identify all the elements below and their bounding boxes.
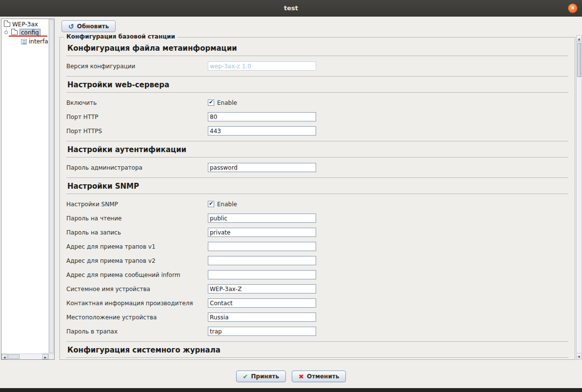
form-vertical-scrollbar[interactable]: ▲ ▼ — [576, 35, 582, 360]
cancel-button[interactable]: ✖ Отменить — [292, 371, 346, 382]
form-vertical-scrollbar-thumb[interactable] — [577, 43, 581, 77]
refresh-button[interactable]: ↺ Обновить — [61, 20, 116, 32]
snmp-enable-checkbox[interactable]: ✔ — [208, 201, 214, 207]
section-title: Настройки SNMP — [66, 178, 568, 194]
window-title: test — [0, 0, 582, 17]
admin-password-input[interactable] — [208, 163, 316, 172]
config-version-input — [208, 61, 316, 71]
titlebar: test ✕ — [0, 0, 582, 17]
field-label: Местоположение устройства — [66, 314, 208, 321]
field-label: Адрес для приема трапов v2 — [66, 257, 208, 264]
checkbox-text: Enable — [217, 201, 237, 208]
form-row: Адрес для приема трапов v1 — [66, 239, 568, 254]
cross-icon: ✖ — [299, 373, 304, 380]
form-row: Включить ✔ Enable — [66, 96, 568, 110]
form-row: Контактная информация производителя — [66, 296, 568, 310]
section-web-server: Настройки web-сервера Включить ✔ Enable … — [66, 77, 568, 141]
section-title: Настройки аутентификации — [66, 141, 568, 157]
config-form: Конфигурация файла метаинформации Версия… — [60, 38, 574, 359]
field-label: Порт HTTP — [66, 114, 208, 120]
accept-button[interactable]: ✔ Принять — [236, 371, 286, 382]
form-row: Порт HTTPS — [66, 124, 568, 138]
bottom-strip — [0, 388, 582, 392]
scroll-up-icon[interactable]: ▲ — [577, 36, 582, 42]
section-title: Конфигурация файла метаинформации — [66, 40, 568, 56]
snmp-read-community-input[interactable] — [208, 214, 316, 223]
field-label: Пароль на чтение — [66, 215, 208, 222]
folder-icon — [11, 30, 18, 35]
refresh-icon: ↺ — [68, 23, 74, 30]
form-row: Пароль в трапах — [66, 324, 568, 338]
scrollbar-corner — [48, 353, 54, 359]
scroll-right-icon[interactable]: ▶ — [42, 354, 48, 359]
tree-item-wep3ax[interactable]: WEP-3ax — [4, 20, 38, 28]
trap-password-input[interactable] — [208, 327, 316, 336]
section-syslog: Конфигурация системного журнала — [66, 342, 568, 359]
tree-horizontal-scrollbar-thumb[interactable] — [8, 354, 20, 359]
form-row: Пароль администратора — [66, 160, 568, 175]
scroll-down-icon[interactable]: ▼ — [577, 353, 582, 359]
accept-button-label: Принять — [251, 373, 280, 380]
checkmark-icon: ✔ — [209, 99, 213, 105]
field-label: Пароль администратора — [66, 164, 208, 171]
field-label: Версия конфигурации — [66, 63, 208, 70]
close-button[interactable]: ✕ — [568, 3, 578, 13]
https-port-input[interactable] — [208, 126, 316, 136]
form-row: Порт HTTP — [66, 110, 568, 124]
tree-vertical-scrollbar[interactable] — [48, 19, 54, 353]
form-row: Версия конфигурации — [66, 59, 568, 73]
checkbox-text: Enable — [217, 99, 237, 106]
tree-item-label: WEP-3ax — [12, 21, 38, 28]
selection-underline — [9, 36, 47, 37]
field-label: Адрес для приема трапов v1 — [66, 243, 208, 250]
location-input[interactable] — [208, 313, 316, 322]
section-title: Конфигурация системного журнала — [66, 342, 568, 358]
cancel-button-label: Отменить — [307, 373, 339, 380]
contact-info-input[interactable] — [208, 298, 316, 308]
trap-v2-address-input[interactable] — [208, 256, 316, 265]
form-row: Системное имя устройства — [66, 282, 568, 296]
form-row: Адрес для приема трапов v2 — [66, 254, 568, 268]
footer-button-bar: ✔ Принять ✖ Отменить — [0, 368, 582, 385]
field-label: Системное имя устройства — [66, 286, 208, 293]
inform-address-input[interactable] — [208, 270, 316, 279]
list-icon — [21, 39, 27, 44]
webserver-enable-checkbox[interactable]: ✔ — [208, 99, 214, 106]
scroll-left-icon[interactable]: ◀ — [1, 354, 7, 359]
form-row: Адрес для приема сообщений inform — [66, 268, 568, 282]
trap-v1-address-input[interactable] — [208, 242, 316, 251]
form-row: Пароль на чтение — [66, 211, 568, 225]
close-icon: ✕ — [570, 5, 575, 11]
section-snmp: Настройки SNMP Настройки SNMP ✔ Enable П… — [66, 178, 568, 342]
form-row: Пароль на запись — [66, 225, 568, 239]
check-icon: ✔ — [243, 373, 248, 380]
tree-item-label: interfa — [29, 38, 48, 45]
section-meta-info: Конфигурация файла метаинформации Версия… — [66, 40, 568, 77]
tree-item-interfaces[interactable]: interfa — [21, 38, 48, 45]
base-station-config-groupbox: Конфигурация базовой станции Конфигураци… — [60, 37, 575, 360]
tree-expand-handle[interactable] — [4, 31, 8, 34]
field-label: Пароль в трапах — [66, 328, 208, 335]
system-name-input[interactable] — [208, 284, 316, 294]
field-label: Порт HTTPS — [66, 128, 208, 135]
http-port-input[interactable] — [208, 112, 316, 121]
field-label: Адрес для приема сообщений inform — [66, 272, 208, 278]
section-title: Настройки web-сервера — [66, 77, 568, 93]
field-label: Настройки SNMP — [66, 201, 208, 208]
section-authentication: Настройки аутентификации Пароль админист… — [66, 141, 568, 178]
folder-icon — [4, 22, 10, 27]
refresh-button-label: Обновить — [77, 23, 109, 30]
form-row: Настройки SNMP ✔ Enable — [66, 197, 568, 211]
checkmark-icon: ✔ — [209, 201, 213, 206]
tree-horizontal-scrollbar[interactable]: ◀ ▶ — [1, 353, 48, 359]
tree-vertical-scrollbar-thumb[interactable] — [49, 20, 54, 353]
field-label: Пароль на запись — [66, 229, 208, 236]
field-label: Включить — [66, 99, 208, 106]
snmp-write-community-input[interactable] — [208, 228, 316, 237]
field-label: Контактная информация производителя — [66, 300, 208, 307]
tree-panel: WEP-3ax config interfa ◀ ▶ — [1, 19, 55, 360]
form-row: Местоположение устройства — [66, 310, 568, 324]
